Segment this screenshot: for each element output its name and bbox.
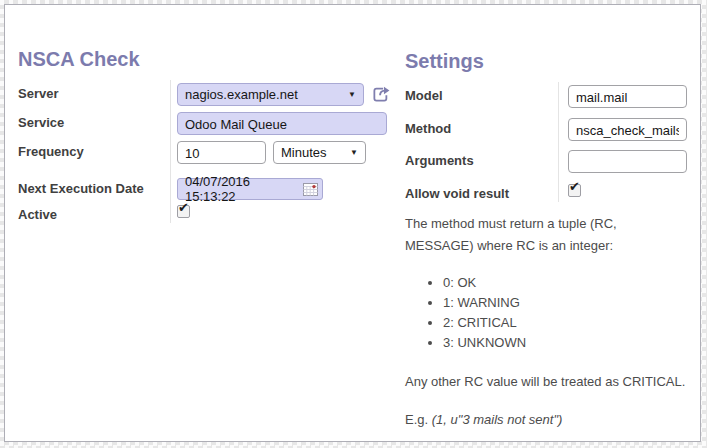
- return-code-item: 1: WARNING: [443, 293, 700, 313]
- section-title-settings: Settings: [405, 49, 700, 73]
- field-row-arguments: Arguments: [405, 150, 700, 173]
- frequency-input[interactable]: [177, 141, 266, 164]
- help-example: E.g. (1, u"3 mails not sent"): [405, 409, 700, 431]
- method-help-text: The method must return a tuple (RC, MESS…: [405, 213, 700, 431]
- allow-void-result-label: Allow void result: [405, 183, 558, 201]
- active-checkbox[interactable]: ✔: [177, 205, 190, 218]
- help-intro-line2: MESSAGE) where RC is an integer:: [405, 235, 700, 257]
- method-input[interactable]: [568, 118, 687, 141]
- field-grid-right: Model Method Arguments Allow void result: [405, 85, 700, 201]
- field-grid-left: Server nagios.example.net ▼: [18, 83, 398, 222]
- next-execution-date-input[interactable]: 04/07/2016 15:13:22: [177, 178, 323, 200]
- field-row-next-execution-date: Next Execution Date 04/07/2016 15:13:22: [18, 178, 398, 200]
- checkmark-icon: ✔: [178, 201, 189, 214]
- calendar-icon: [303, 183, 318, 196]
- arguments-label: Arguments: [405, 150, 558, 168]
- return-codes-list: 0: OK 1: WARNING 2: CRITICAL 3: UNKNOWN: [405, 273, 700, 353]
- chevron-down-icon: ▼: [348, 91, 356, 99]
- frequency-label: Frequency: [18, 141, 170, 159]
- return-code-item: 0: OK: [443, 273, 700, 293]
- service-input[interactable]: [177, 112, 387, 135]
- datepicker-button[interactable]: [303, 183, 318, 196]
- field-row-frequency: Frequency Minutes ▼: [18, 141, 398, 164]
- nsca-check-section: NSCA Check Server nagios.example.net ▼: [18, 47, 398, 222]
- field-row-service: Service: [18, 112, 398, 135]
- field-row-model: Model: [405, 85, 700, 108]
- return-code-item: 2: CRITICAL: [443, 313, 700, 333]
- method-label: Method: [405, 118, 558, 136]
- chevron-down-icon: ▼: [350, 149, 358, 157]
- server-select-value: nagios.example.net: [185, 87, 298, 102]
- field-row-server: Server nagios.example.net ▼: [18, 83, 398, 106]
- help-example-prefix: E.g.: [405, 412, 432, 427]
- active-label: Active: [18, 204, 170, 222]
- model-input[interactable]: [568, 85, 687, 108]
- frequency-unit-value: Minutes: [281, 145, 327, 160]
- frequency-unit-select[interactable]: Minutes ▼: [273, 141, 366, 164]
- external-link-icon: [371, 85, 391, 104]
- checkmark-icon: ✔: [569, 180, 580, 193]
- next-execution-date-label: Next Execution Date: [18, 178, 170, 196]
- arguments-input[interactable]: [568, 150, 687, 173]
- help-example-code: (1, u"3 mails not sent"): [432, 412, 563, 427]
- allow-void-result-checkbox[interactable]: ✔: [568, 184, 581, 197]
- help-intro-line1: The method must return a tuple (RC,: [405, 213, 700, 235]
- model-label: Model: [405, 85, 558, 103]
- server-label: Server: [18, 83, 170, 101]
- section-title-nsca-check: NSCA Check: [18, 47, 398, 71]
- return-code-item: 3: UNKNOWN: [443, 333, 700, 353]
- server-select[interactable]: nagios.example.net ▼: [177, 83, 364, 106]
- help-note: Any other RC value will be treated as CR…: [405, 371, 700, 393]
- form-panel: NSCA Check Server nagios.example.net ▼: [4, 4, 701, 442]
- next-execution-date-value: 04/07/2016 15:13:22: [185, 174, 298, 204]
- service-label: Service: [18, 112, 170, 130]
- settings-section: Settings Model Method Arguments: [405, 49, 700, 431]
- field-row-active: Active ✔: [18, 204, 398, 222]
- field-row-allow-void-result: Allow void result ✔: [405, 183, 700, 201]
- open-record-button[interactable]: [371, 85, 391, 104]
- field-row-method: Method: [405, 118, 700, 141]
